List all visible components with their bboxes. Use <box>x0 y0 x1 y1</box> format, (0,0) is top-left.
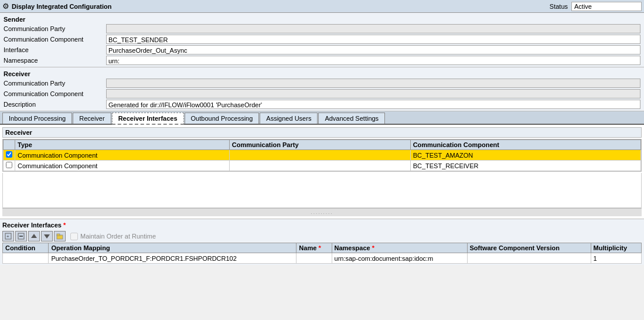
receiver-comm-component-row: Communication Component <box>0 88 644 99</box>
row-comm-component: BC_TEST_RECEIVER <box>410 161 640 171</box>
col-comm-component: Communication Component <box>410 140 640 150</box>
row-type: Communication Component <box>15 161 230 171</box>
cell-namespace: urn:sap-com:document:sap:idoc:m <box>332 253 467 264</box>
row-select-checkbox[interactable] <box>6 162 12 168</box>
row-comm-component: BC_TEST_AMAZON <box>410 150 640 161</box>
sender-interface-value: PurchaseOrder_Out_Async <box>106 45 640 55</box>
move-up-button[interactable] <box>28 231 40 241</box>
receiver-comm-party-value <box>106 79 640 88</box>
receiver-comm-component-value <box>106 89 640 98</box>
svg-marker-4 <box>31 234 37 238</box>
col-comm-party: Communication Party <box>229 140 410 150</box>
chevron-down-icon <box>43 233 50 240</box>
page-title: Display Integrated Configuration <box>12 3 112 10</box>
row-comm-party <box>229 150 410 161</box>
receiver-interfaces-table: Condition Operation Mapping Name * Names… <box>2 243 642 264</box>
row-checkbox[interactable] <box>4 150 15 161</box>
maintain-order-checkbox[interactable] <box>70 233 78 240</box>
col-software-component-version: Software Component Version <box>467 243 591 253</box>
tab-inbound-processing[interactable]: Inbound Processing <box>2 113 72 124</box>
sender-interface-row: Interface PurchaseOrder_Out_Async <box>0 45 644 55</box>
col-multiplicity: Multiplicity <box>591 243 641 253</box>
col-name: Name * <box>297 243 332 253</box>
sender-namespace-label: Namespace <box>4 57 106 64</box>
tab-advanced-settings[interactable]: Advanced Settings <box>318 113 385 124</box>
receiver-interfaces-title: Receiver Interfaces * <box>2 220 642 230</box>
sender-namespace-row: Namespace urn: <box>0 55 644 66</box>
receiver-table-container: Type Communication Party Communication C… <box>2 139 642 172</box>
tab-assigned-users[interactable]: Assigned Users <box>260 113 318 124</box>
col-checkbox <box>4 140 15 150</box>
svg-rect-7 <box>57 234 60 236</box>
receiver-interfaces-section: Receiver Interfaces * + Maintain Order a… <box>0 219 644 265</box>
receiver-form-section: Receiver Communication Party Communicati… <box>0 67 644 111</box>
sender-interface-label: Interface <box>4 46 106 53</box>
receiver-description-label: Description <box>4 101 106 108</box>
col-type: Type <box>15 140 230 150</box>
required-indicator: * <box>63 222 66 229</box>
tab-outbound-processing[interactable]: Outbound Processing <box>185 113 260 124</box>
delete-row-button[interactable] <box>15 231 27 241</box>
sender-comm-party-row: Communication Party <box>0 23 644 34</box>
col-namespace: Namespace * <box>332 243 467 253</box>
cell-multiplicity: 1 <box>591 253 641 264</box>
col-operation-mapping: Operation Mapping <box>49 243 297 253</box>
svg-marker-5 <box>44 234 50 239</box>
status-value: Active <box>571 2 642 11</box>
receiver-description-row: Description Generated for dir://IFLOW/iF… <box>0 99 644 110</box>
receiver-table: Type Communication Party Communication C… <box>3 139 641 171</box>
table-row[interactable]: Communication Component BC_TEST_AMAZON <box>4 150 641 161</box>
folder-icon <box>56 233 63 240</box>
col-condition: Condition <box>3 243 49 253</box>
receiver-interfaces-toolbar: + Maintain Order at Runtime <box>2 230 642 243</box>
cell-condition <box>3 253 49 264</box>
sender-comm-component-row: Communication Component BC_TEST_SENDER <box>0 34 644 45</box>
horizontal-scrollbar[interactable]: ......... <box>2 208 642 216</box>
sender-header: Sender <box>0 14 644 23</box>
cell-software-component-version <box>467 253 591 264</box>
bottom-table-header-row: Condition Operation Mapping Name * Names… <box>3 243 642 253</box>
add-icon: + <box>5 233 12 240</box>
tab-receiver-interfaces[interactable]: Receiver Interfaces <box>112 113 184 125</box>
chevron-up-icon <box>30 233 38 240</box>
main-content: Receiver Type Communication Party Commun… <box>0 125 644 219</box>
sender-namespace-value: urn: <box>106 56 640 65</box>
tab-receiver[interactable]: Receiver <box>73 113 111 124</box>
sender-comm-component-label: Communication Component <box>4 36 106 43</box>
empty-area <box>2 173 642 208</box>
sender-comm-party-label: Communication Party <box>4 25 106 32</box>
receiver-description-value: Generated for dir://IFLOW/iFlow0001 'Pur… <box>106 100 640 109</box>
status-area: Status Active <box>550 2 642 11</box>
scroll-indicator: ......... <box>311 210 333 215</box>
row-select-checkbox[interactable] <box>6 151 12 158</box>
config-icon: ⚙ <box>2 2 9 11</box>
receiver-comm-component-label: Communication Component <box>4 90 106 97</box>
row-checkbox[interactable] <box>4 161 15 171</box>
row-type: Communication Component <box>15 150 230 161</box>
maintain-order-checkbox-area: Maintain Order at Runtime <box>70 233 156 240</box>
move-down-button[interactable] <box>41 231 53 241</box>
maintain-order-label: Maintain Order at Runtime <box>80 233 156 240</box>
sender-section: Sender Communication Party Communication… <box>0 13 644 67</box>
sender-comm-party-value <box>106 24 640 33</box>
table-row[interactable]: Communication Component BC_TEST_RECEIVER <box>4 161 641 171</box>
table-row[interactable]: PurchaseOrder_TO_PORDCR1_F:PORDCR1.FSHPO… <box>3 253 642 264</box>
add-row-button[interactable]: + <box>2 231 14 241</box>
receiver-table-header-row: Type Communication Party Communication C… <box>4 140 641 150</box>
receiver-comm-party-label: Communication Party <box>4 80 106 87</box>
folder-button[interactable] <box>54 231 66 241</box>
receiver-form-header: Receiver <box>0 69 644 78</box>
receiver-table-header: Receiver <box>2 127 642 138</box>
sender-comm-component-value: BC_TEST_SENDER <box>106 35 640 44</box>
svg-text:+: + <box>6 234 9 239</box>
row-comm-party <box>229 161 410 171</box>
title-bar: ⚙ Display Integrated Configuration Statu… <box>0 0 644 13</box>
status-label: Status <box>550 3 568 10</box>
delete-icon <box>18 233 25 240</box>
tabs-bar: Inbound Processing Receiver Receiver Int… <box>0 111 644 125</box>
cell-operation-mapping: PurchaseOrder_TO_PORDCR1_F:PORDCR1.FSHPO… <box>49 253 297 264</box>
cell-name <box>297 253 332 264</box>
receiver-comm-party-row: Communication Party <box>0 78 644 88</box>
